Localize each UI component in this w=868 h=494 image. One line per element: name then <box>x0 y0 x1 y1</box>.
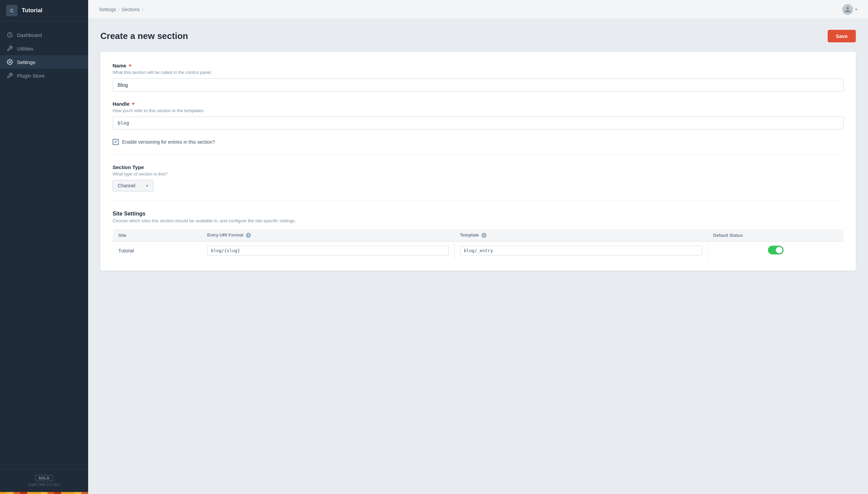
sidebar-item-label: Plugin Store <box>17 73 45 79</box>
versioning-row: Enable versioning for entries in this se… <box>113 139 844 145</box>
page-header: Create a new section Save <box>100 30 856 42</box>
table-row: Tutorial <box>113 242 844 260</box>
cell-template[interactable] <box>454 242 708 260</box>
handle-hint: How you'll refer to this section in the … <box>113 108 844 113</box>
col-template: Template i <box>454 229 708 242</box>
entry-uri-info-icon[interactable]: i <box>246 233 251 238</box>
handle-input[interactable] <box>113 117 844 129</box>
sidebar-item-label: Utilities <box>17 46 33 52</box>
sidebar-header: C Tutorial <box>0 0 88 21</box>
utilities-icon <box>7 45 13 52</box>
section-type-chevron-icon: ▾ <box>146 184 148 188</box>
site-settings-section: Site Settings Choose which sites this se… <box>113 211 844 260</box>
entry-uri-input[interactable] <box>207 246 449 255</box>
template-input[interactable] <box>460 246 702 255</box>
section-type-label: Section Type <box>113 164 844 170</box>
col-entry-uri: Entry URI Format i <box>202 229 454 242</box>
breadcrumb-sep-1: › <box>118 7 120 12</box>
site-settings-title: Site Settings <box>113 211 844 217</box>
sidebar-item-label: Dashboard <box>17 32 42 38</box>
sidebar-item-dashboard[interactable]: Dashboard <box>0 28 88 42</box>
divider-1 <box>113 154 844 155</box>
section-type-value: Channel <box>118 183 135 188</box>
site-settings-hint: Choose which sites this section should b… <box>113 218 844 223</box>
solo-badge: SOLO <box>35 475 53 481</box>
dashboard-icon <box>7 32 13 38</box>
plugin-store-icon <box>7 73 13 79</box>
sidebar-nav: Dashboard Utilities Settings Plugin Stor… <box>0 21 88 469</box>
sidebar-item-label: Settings <box>17 59 35 65</box>
craft-version: Craft CMS 3.4.10.1 <box>28 482 60 487</box>
default-status-toggle[interactable] <box>768 246 783 254</box>
name-input[interactable] <box>113 78 844 92</box>
breadcrumb-sections[interactable]: Sections <box>122 7 140 12</box>
chevron-down-icon: ▾ <box>855 7 857 12</box>
section-type-group: Section Type What type of section is thi… <box>113 164 844 191</box>
avatar <box>842 4 853 15</box>
sidebar-title: Tutorial <box>22 7 42 14</box>
main-area: Settings › Sections › ▾ Create a new sec… <box>88 0 868 494</box>
topbar: Settings › Sections › ▾ <box>88 0 868 19</box>
content-area: Create a new section Save Name ✦ What th… <box>88 19 868 494</box>
template-info-icon[interactable]: i <box>481 233 486 238</box>
handle-label: Handle ✦ <box>113 101 844 107</box>
cell-default-status <box>708 242 844 260</box>
breadcrumb-sep-2: › <box>142 7 143 12</box>
sidebar-stripe <box>0 492 88 494</box>
section-type-hint: What type of section is this? <box>113 171 844 176</box>
settings-icon <box>7 59 13 65</box>
col-site: Site <box>113 229 202 242</box>
sidebar: C Tutorial Dashboard Utilities Settings <box>0 0 88 494</box>
sidebar-footer: SOLO Craft CMS 3.4.10.1 <box>0 469 88 492</box>
name-required: ✦ <box>128 63 132 68</box>
handle-required: ✦ <box>131 101 135 107</box>
name-label: Name ✦ <box>113 63 844 69</box>
cell-site: Tutorial <box>113 242 202 260</box>
section-type-select[interactable]: Channel ▾ <box>113 180 153 191</box>
svg-point-1 <box>9 61 11 63</box>
versioning-checkbox[interactable] <box>113 139 119 145</box>
breadcrumb: Settings › Sections › <box>99 7 143 12</box>
site-settings-table: Site Entry URI Format i Template i <box>113 229 844 260</box>
sidebar-item-utilities[interactable]: Utilities <box>0 42 88 55</box>
save-button[interactable]: Save <box>828 30 856 42</box>
cell-entry-uri[interactable] <box>202 242 454 260</box>
sidebar-item-settings[interactable]: Settings <box>0 55 88 69</box>
handle-field-group: Handle ✦ How you'll refer to this sectio… <box>113 101 844 129</box>
sidebar-logo: C <box>6 5 18 16</box>
col-default-status: Default Status <box>708 229 844 242</box>
divider-2 <box>113 201 844 201</box>
user-icon <box>844 6 851 13</box>
name-field-group: Name ✦ What this section will be called … <box>113 63 844 92</box>
breadcrumb-settings[interactable]: Settings <box>99 7 116 12</box>
name-hint: What this section will be called in the … <box>113 70 844 75</box>
sidebar-item-plugin-store[interactable]: Plugin Store <box>0 69 88 82</box>
form-card: Name ✦ What this section will be called … <box>100 52 856 271</box>
page-title: Create a new section <box>100 31 188 41</box>
topbar-user[interactable]: ▾ <box>842 4 857 15</box>
versioning-label: Enable versioning for entries in this se… <box>122 139 215 145</box>
